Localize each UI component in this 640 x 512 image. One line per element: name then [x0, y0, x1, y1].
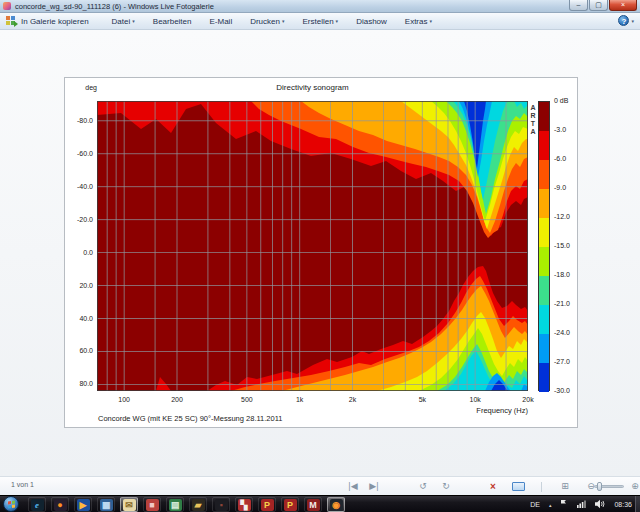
taskbar-icon-app-m[interactable]: M	[304, 497, 322, 512]
chevron-down-icon: ▾	[429, 18, 432, 24]
menu-item-diashow[interactable]: Diashow	[356, 17, 387, 26]
colorbar	[538, 101, 550, 391]
y-tick-label: 0.0	[65, 249, 93, 256]
rotate-right-button[interactable]: ↻	[437, 480, 455, 493]
legend-label: 0 dB	[554, 97, 568, 104]
viewer-content: Directivity sonogramdegFrequency (Hz)Con…	[0, 30, 640, 476]
x-tick-label: 20k	[513, 396, 543, 403]
y-tick-label: 80.0	[65, 380, 93, 387]
legend-label: -30.0	[554, 387, 570, 394]
chart-caption: Concorde WG (mit KE 25 SC) 90°-Messung 2…	[98, 414, 282, 423]
desktop: concorde_wg_sd-90_111128 (6) - Windows L…	[0, 0, 640, 512]
taskbar-icon-app-p2[interactable]: P	[281, 497, 299, 512]
colorbar-band	[539, 276, 549, 305]
taskbar-icon-app-green[interactable]: ▤	[166, 497, 184, 512]
zoom-in-button[interactable]: ⊕	[626, 480, 640, 493]
slideshow-button[interactable]	[512, 482, 525, 491]
maximize-button[interactable]: ▢	[589, 0, 608, 11]
menu-item-drucken[interactable]: Drucken▾	[250, 17, 284, 26]
x-tick-label: 2k	[338, 396, 368, 403]
colorbar-band	[539, 218, 549, 247]
app-checker-icon: ▚	[238, 499, 251, 511]
colorbar-band	[539, 131, 549, 160]
clock[interactable]: 08:36	[614, 501, 632, 508]
minimize-button[interactable]: –	[569, 0, 588, 11]
taskbar-icon-app-red[interactable]: ■	[143, 497, 161, 512]
copy-to-gallery-button[interactable]: In Galerie kopieren	[6, 16, 89, 26]
x-tick-label: 100	[109, 396, 139, 403]
rotate-left-button[interactable]: ↺	[414, 480, 432, 493]
zoom-slider-thumb[interactable]	[597, 482, 602, 491]
x-tick-label: 1k	[285, 396, 315, 403]
photo-gallery-window: concorde_wg_sd-90_111128 (6) - Windows L…	[0, 0, 640, 495]
zoom-slider[interactable]	[594, 485, 624, 488]
legend-label: -15.0	[554, 242, 570, 249]
show-desktop-button[interactable]	[635, 496, 640, 512]
app-p1-icon: P	[261, 499, 274, 511]
menu-item-datei[interactable]: Datei▾	[112, 17, 135, 26]
app-m-icon: M	[307, 499, 320, 511]
legend-label: -24.0	[554, 329, 570, 336]
action-center-flag-icon[interactable]	[560, 499, 568, 510]
firefox-icon: ●	[54, 499, 67, 511]
app-red-icon: ■	[146, 499, 159, 511]
previous-button[interactable]: |◀	[344, 480, 362, 493]
viewer-toolbar: 1 von 1 |◀▶|↺↻×⊞⊖⊕	[0, 476, 640, 495]
app-window-icon: ▦	[100, 499, 113, 511]
taskbar-icon-mail[interactable]: ✉	[120, 497, 138, 512]
legend-label: -27.0	[554, 358, 570, 365]
taskbar-icon-photo-gallery[interactable]: ◉	[327, 497, 345, 512]
copy-to-gallery-label: In Galerie kopieren	[21, 17, 89, 26]
menu-item-email[interactable]: E-Mail	[210, 17, 233, 26]
legend-label: -12.0	[554, 213, 570, 220]
delete-button[interactable]: ×	[484, 480, 502, 493]
taskbar-icon-firefox[interactable]: ●	[51, 497, 69, 512]
taskbar-icon-app-p1[interactable]: P	[258, 497, 276, 512]
actual-size-button[interactable]: ⊞	[556, 480, 574, 493]
language-indicator[interactable]: DE	[530, 501, 540, 508]
y-tick-label: 60.0	[65, 347, 93, 354]
network-icon[interactable]	[577, 499, 586, 510]
x-tick-label: 200	[162, 396, 192, 403]
taskbar-icon-app-window[interactable]: ▦	[97, 497, 115, 512]
toolbar-separator	[541, 482, 542, 492]
taskbar-icon-media-player[interactable]: ▶	[74, 497, 92, 512]
app-p2-icon: P	[284, 499, 297, 511]
x-tick-label: 500	[232, 396, 262, 403]
help-button[interactable]: ? ▾	[618, 15, 634, 26]
show-hidden-icons-button[interactable]: ▴	[549, 502, 552, 508]
colorbar-band	[539, 305, 549, 334]
menu-item-bearbeiten[interactable]: Bearbeiten	[153, 17, 192, 26]
photo-image[interactable]: Directivity sonogramdegFrequency (Hz)Con…	[64, 77, 578, 428]
chevron-down-icon: ▾	[336, 18, 339, 24]
app-icon	[3, 2, 11, 10]
menu-item-erstellen[interactable]: Erstellen▾	[302, 17, 338, 26]
menu-item-extras[interactable]: Extras▾	[405, 17, 432, 26]
legend-label: -18.0	[554, 271, 570, 278]
y-tick-label: -60.0	[65, 150, 93, 157]
taskbar-icon-app-mini[interactable]: ▪	[212, 497, 230, 512]
y-tick-label: 40.0	[65, 315, 93, 322]
help-icon: ?	[618, 15, 629, 26]
colorbar-band	[539, 189, 549, 218]
taskbar: e●▶▦✉■▤▰▪▚PPM◉ DE ▴ 08:36	[0, 495, 640, 512]
y-tick-label: 20.0	[65, 282, 93, 289]
media-player-icon: ▶	[77, 499, 90, 511]
legend-label: -9.0	[554, 184, 566, 191]
x-tick-label: 5k	[407, 396, 437, 403]
menu-items: Datei▾BearbeitenE-MailDrucken▾Erstellen▾…	[103, 17, 441, 26]
volume-icon[interactable]	[595, 499, 605, 510]
close-button[interactable]: ×	[609, 0, 637, 11]
titlebar[interactable]: concorde_wg_sd-90_111128 (6) - Windows L…	[0, 0, 640, 13]
y-tick-label: -80.0	[65, 117, 93, 124]
taskbar-icon-internet-explorer[interactable]: e	[28, 497, 46, 512]
windows-logo-icon	[8, 501, 15, 509]
start-button[interactable]	[3, 496, 19, 512]
y-axis-unit: deg	[73, 84, 97, 91]
taskbar-icon-app-checker[interactable]: ▚	[235, 497, 253, 512]
taskbar-icon-folder[interactable]: ▰	[189, 497, 207, 512]
x-axis-label: Frequency (Hz)	[415, 406, 528, 415]
next-button[interactable]: ▶|	[365, 480, 383, 493]
photo-count: 1 von 1	[11, 481, 34, 488]
sonogram-plot	[97, 101, 528, 391]
